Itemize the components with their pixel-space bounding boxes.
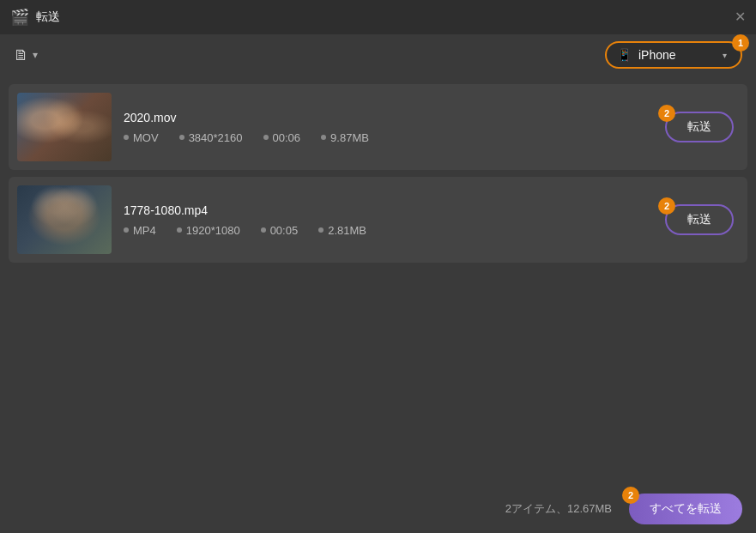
device-selector-badge: 1 — [732, 34, 749, 51]
transfer-badge-2: 2 — [658, 197, 675, 215]
transfer-button-2[interactable]: 転送 — [665, 204, 734, 235]
file-name-1: 2020.mov — [124, 111, 653, 124]
device-label: iPhone — [638, 48, 676, 62]
file-meta-1: MOV 3840*2160 00:06 9.87MB — [124, 131, 653, 144]
file-card-1: 2020.mov MOV 3840*2160 00:06 9.87MB — [9, 84, 747, 170]
dot-icon — [321, 135, 326, 140]
thumbnail-1 — [17, 93, 112, 161]
dot-icon — [318, 227, 324, 233]
footer: 2アイテム、12.67MB 2 すべてを転送 — [0, 485, 756, 533]
transfer-all-button[interactable]: すべてを転送 — [629, 494, 742, 524]
thumbnail-2 — [17, 185, 112, 254]
phone-icon: 📱 — [617, 48, 632, 62]
file-duration-2: 00:05 — [261, 224, 299, 237]
window-title: 転送 — [36, 9, 60, 25]
add-files-icon: 🗎 — [14, 46, 29, 64]
file-duration-1: 00:06 — [263, 131, 301, 144]
dot-icon — [124, 227, 129, 233]
device-selector[interactable]: 📱 iPhone ▾ — [605, 41, 742, 69]
device-selector-wrapper: 📱 iPhone ▾ 1 — [605, 41, 742, 69]
file-format-1: MOV — [124, 131, 159, 144]
transfer-btn-wrapper-1: 2 転送 — [665, 112, 734, 142]
file-info-2: 1778-1080.mp4 MP4 1920*1080 00:05 2.81MB — [124, 203, 653, 237]
file-resolution-1: 3840*2160 — [179, 131, 243, 144]
transfer-btn-wrapper-2: 2 転送 — [665, 204, 734, 235]
device-selector-chevron-icon: ▾ — [723, 51, 727, 60]
title-bar-left: 🎬 転送 — [10, 8, 60, 27]
dot-icon — [261, 227, 266, 233]
top-bar: 🗎 ▾ 📱 iPhone ▾ 1 — [0, 34, 756, 76]
file-meta-2: MP4 1920*1080 00:05 2.81MB — [124, 224, 653, 237]
file-resolution-2: 1920*1080 — [177, 224, 240, 237]
file-name-2: 1778-1080.mp4 — [124, 203, 653, 217]
file-size-2: 2.81MB — [318, 224, 366, 237]
dot-icon — [179, 135, 184, 140]
transfer-all-wrapper: 2 すべてを転送 — [629, 494, 742, 524]
file-info-1: 2020.mov MOV 3840*2160 00:06 9.87MB — [124, 111, 653, 144]
add-files-button[interactable]: 🗎 ▾ — [14, 46, 38, 64]
transfer-all-badge: 2 — [622, 487, 639, 504]
file-size-1: 9.87MB — [321, 131, 369, 144]
transfer-button-1[interactable]: 転送 — [665, 112, 734, 142]
footer-info: 2アイテム、12.67MB — [505, 501, 612, 517]
add-files-chevron-icon: ▾ — [33, 49, 38, 61]
dot-icon — [124, 135, 129, 140]
dot-icon — [263, 135, 269, 140]
file-format-2: MP4 — [124, 224, 156, 237]
app-icon: 🎬 — [10, 8, 29, 27]
close-button[interactable]: ✕ — [735, 10, 746, 24]
title-bar: 🎬 転送 ✕ — [0, 0, 756, 34]
transfer-badge-1: 2 — [658, 105, 675, 122]
file-card-2: 1778-1080.mp4 MP4 1920*1080 00:05 2.81MB — [9, 177, 747, 263]
file-list: 2020.mov MOV 3840*2160 00:06 9.87MB — [0, 76, 756, 271]
dot-icon — [177, 227, 182, 233]
